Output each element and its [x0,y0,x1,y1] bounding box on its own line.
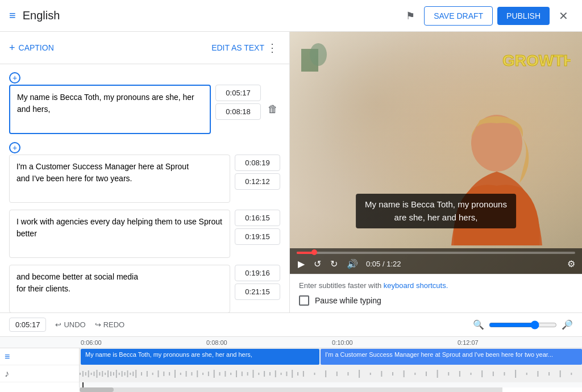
svg-rect-78 [571,373,572,375]
header-actions: ⚑ SAVE DRAFT PUBLISH ✕ [401,5,573,27]
audio-track-label: ♪ [0,365,79,382]
caption-block-1[interactable]: My name is Becca Toth, my pronouns are s… [81,349,319,365]
svg-rect-45 [252,370,253,378]
volume-button[interactable]: 🔊 [346,257,359,270]
more-options-button[interactable]: ⋮ [264,39,280,57]
forward-button[interactable]: ↻ [329,257,339,270]
video-placeholder: GROWTH [290,32,582,274]
current-time: 0:05 [366,260,380,268]
svg-rect-61 [381,371,382,377]
scrollbar-thumb[interactable] [80,387,114,392]
zoom-slider[interactable] [489,320,557,330]
redo-button[interactable]: ↪ REDO [95,320,125,329]
svg-rect-14 [107,370,109,377]
pause-while-typing-label: Pause while typing [315,296,381,305]
time-start-1[interactable]: 0:05:17 [215,85,261,101]
svg-rect-36 [202,373,203,375]
caption-textarea-4[interactable]: and become better at social media for th… [9,265,230,312]
rewind-button[interactable]: ↺ [313,257,322,270]
growth-text-art: GROWTH [502,43,571,77]
caption-textarea-1[interactable]: My name is Becca Toth, my pronouns are s… [9,85,211,134]
captions-panel: + CAPTION EDIT AS TEXT ⋮ + My name is Be… [0,32,290,312]
time-start-4[interactable]: 0:19:16 [235,265,280,281]
time-end-1[interactable]: 0:08:18 [215,103,261,120]
caption-item-wrapper-1: + My name is Becca Toth, my pronouns are… [0,69,289,139]
delete-caption-1[interactable]: 🗑 [265,101,280,118]
svg-rect-18 [119,373,120,375]
svg-point-1 [310,43,327,66]
svg-rect-75 [537,371,538,377]
svg-rect-47 [264,371,265,377]
svg-rect-26 [147,371,148,377]
play-button[interactable]: ▶ [297,257,306,270]
time-start-3[interactable]: 0:16:15 [235,210,280,226]
undo-button[interactable]: ↩ UNDO [55,320,85,329]
svg-rect-38 [214,370,215,378]
audio-waveform [80,368,582,380]
svg-rect-9 [94,372,95,376]
total-time: 1:22 [386,260,401,268]
svg-rect-17 [116,370,117,378]
timeline-ruler: 0:06:00 0:08:00 0:10:00 0:12:07 [0,337,582,348]
ruler-mark-3: 0:10:00 [331,339,456,346]
svg-rect-69 [471,373,472,375]
timeline-scrollbar[interactable] [80,387,502,392]
save-draft-button[interactable]: SAVE DRAFT [424,6,493,26]
add-row-2: + [9,141,280,155]
audio-track [80,365,582,382]
publish-button[interactable]: PUBLISH [497,7,550,25]
timeline-tracks: 0:06:00 0:08:00 0:10:00 0:12:07 ≡ ♪ [0,337,582,387]
zoom-slider-wrap [489,320,557,330]
caption-textarea-3[interactable]: I work with agencies every day helping t… [9,210,230,258]
time-end-3[interactable]: 0:19:15 [235,228,280,245]
svg-rect-39 [219,372,221,376]
svg-rect-77 [560,370,561,377]
svg-rect-20 [124,372,126,376]
svg-rect-10 [96,370,97,378]
time-start-2[interactable]: 0:08:19 [235,155,280,171]
plus-icon: + [9,42,15,54]
tracks-content[interactable]: My name is Becca Toth, my pronouns are s… [80,348,582,387]
svg-rect-71 [493,372,494,376]
pause-while-typing-checkbox[interactable] [299,295,309,306]
svg-rect-21 [127,370,128,377]
svg-rect-55 [314,373,315,375]
close-button[interactable]: ✕ [554,5,573,27]
svg-rect-53 [297,372,298,376]
svg-rect-68 [459,371,460,377]
svg-rect-12 [102,371,103,377]
zoom-in-button[interactable]: 🔎 [562,319,573,330]
caption-block-2[interactable]: I'm a Customer Success Manager here at S… [321,349,582,365]
zoom-out-button[interactable]: 🔍 [473,319,484,330]
video-settings-button[interactable]: ⚙ [567,258,575,269]
ruler-mark-2: 0:08:00 [205,339,331,346]
caption-row-2: I'm a Customer Success Manager here at S… [9,155,280,203]
add-caption-button[interactable]: + CAPTION [9,42,54,54]
svg-rect-32 [180,373,181,375]
add-circle-2[interactable]: + [9,142,20,153]
main-area: + CAPTION EDIT AS TEXT ⋮ + My name is Be… [0,32,582,312]
caption-times-4: 0:19:16 0:21:15 [235,265,280,300]
add-circle-top[interactable]: + [9,72,20,84]
caption-track: My name is Becca Toth, my pronouns are s… [80,348,582,365]
video-controls: ▶ ↺ ↻ 🔊 0:05 / 1:22 ⚙ [290,248,582,274]
edit-as-text-button[interactable]: EDIT AS TEXT [211,43,264,52]
svg-rect-67 [448,372,449,376]
svg-rect-11 [99,372,100,376]
time-display: 0:05 / 1:22 [366,260,560,268]
time-end-2[interactable]: 0:12:12 [235,173,280,190]
svg-rect-65 [426,372,427,376]
undo-icon: ↩ [55,320,61,329]
svg-rect-66 [437,370,438,378]
controls-row: ▶ ↺ ↻ 🔊 0:05 / 1:22 ⚙ [297,257,575,270]
caption-overlay-line2: are she, her and hers, [365,211,507,224]
svg-rect-44 [247,372,248,376]
caption-track-label: ≡ [0,348,79,365]
time-end-4[interactable]: 0:21:15 [235,283,280,300]
svg-rect-41 [230,373,231,375]
caption-textarea-2[interactable]: I'm a Customer Success Manager here at S… [9,155,230,203]
keyboard-shortcuts-link[interactable]: keyboard shortcuts. [384,281,448,290]
flag-button[interactable]: ⚑ [401,5,419,27]
caption-times-2: 0:08:19 0:12:12 [235,155,280,190]
progress-bar[interactable] [297,252,575,254]
